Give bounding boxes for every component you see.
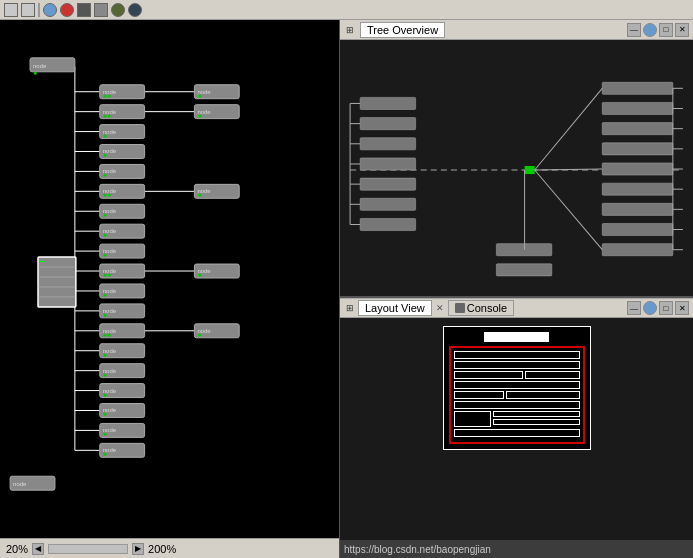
node-editor-panel: node ● node ●● node ●● node ● node ● nod… — [0, 20, 340, 558]
console-tab[interactable]: Console — [448, 300, 514, 316]
tree-overview-panel: ⊞ Tree Overview — □ ✕ — [340, 20, 693, 298]
zoom-max-label: 200% — [148, 543, 176, 555]
close-btn[interactable]: ✕ — [675, 23, 689, 37]
svg-text:●: ● — [103, 211, 107, 218]
layout-view-titlebar: ⊞ Layout View ✕ Console — □ ✕ — [340, 298, 693, 318]
toolbar-icon-2 — [21, 3, 35, 17]
svg-rect-145 — [496, 244, 551, 256]
layout-diagram — [443, 326, 591, 450]
tree-overview-win-btns: — □ ✕ — [627, 23, 689, 37]
svg-rect-107 — [525, 166, 535, 174]
svg-rect-125 — [602, 123, 673, 135]
svg-text:●: ● — [197, 271, 201, 278]
zoom-min-label: 20% — [6, 543, 28, 555]
svg-text:●: ● — [103, 291, 107, 298]
svg-rect-129 — [602, 203, 673, 215]
lv-globe-btn[interactable] — [643, 301, 657, 315]
svg-rect-110 — [360, 138, 415, 150]
layout-row-8 — [454, 429, 580, 437]
lv-minimize-btn[interactable]: — — [627, 301, 641, 315]
svg-rect-109 — [360, 118, 415, 130]
toolbar-icon-6 — [94, 3, 108, 17]
layout-row-2 — [454, 361, 580, 369]
tab-close-x[interactable]: ✕ — [434, 303, 446, 313]
svg-text:●: ● — [197, 92, 201, 99]
url-bar: https://blog.csdn.net/baopengjian — [340, 540, 693, 558]
layout-sub-row-2 — [493, 419, 579, 425]
layout-row-1 — [454, 351, 580, 359]
svg-text:●: ● — [103, 311, 107, 318]
svg-text:●: ● — [197, 112, 201, 119]
toolbar-icon-1 — [4, 3, 18, 17]
svg-text:●: ● — [103, 371, 107, 378]
svg-rect-128 — [602, 183, 673, 195]
layout-view-content: https://blog.csdn.net/baopengjian — [340, 318, 693, 558]
layout-col-left-5 — [454, 391, 504, 399]
svg-rect-111 — [360, 158, 415, 170]
layout-view-icon: ⊞ — [344, 302, 356, 314]
selected-node — [38, 257, 76, 307]
svg-text:●: ● — [103, 231, 107, 238]
svg-text:●●: ●● — [103, 191, 111, 198]
layout-row-6 — [454, 401, 580, 409]
layout-view-panel: ⊞ Layout View ✕ Console — □ ✕ — [340, 298, 693, 558]
layout-row-7 — [454, 411, 580, 427]
node-graph[interactable]: node ● node ●● node ●● node ● node ● nod… — [0, 20, 339, 538]
layout-col-right-5 — [506, 391, 580, 399]
console-tab-label: Console — [467, 302, 507, 314]
svg-text:●: ● — [33, 69, 37, 76]
svg-text:●: ● — [103, 151, 107, 158]
toolbar-icon-8 — [128, 3, 142, 17]
toolbar-icon-3 — [43, 3, 57, 17]
layout-row-4 — [454, 381, 580, 389]
svg-rect-127 — [602, 163, 673, 175]
svg-text:▪▪▪: ▪▪▪ — [40, 258, 46, 264]
layout-col-right-7 — [493, 411, 579, 427]
tree-overview-globe-btn[interactable] — [643, 23, 657, 37]
svg-rect-113 — [360, 198, 415, 210]
svg-rect-130 — [602, 223, 673, 235]
svg-text:●: ● — [103, 391, 107, 398]
main-toolbar[interactable] — [0, 0, 693, 20]
url-text: https://blog.csdn.net/baopengjian — [344, 544, 491, 555]
minimize-btn[interactable]: — — [627, 23, 641, 37]
svg-rect-114 — [360, 218, 415, 230]
layout-row-3 — [454, 371, 580, 379]
tree-overview-icon: ⊞ — [344, 24, 356, 36]
svg-text:●●: ●● — [103, 271, 111, 278]
tree-overview-titlebar: ⊞ Tree Overview — □ ✕ — [340, 20, 693, 40]
svg-text:●: ● — [103, 450, 107, 457]
layout-title-bar — [484, 332, 549, 342]
tree-overview-svg — [340, 40, 693, 296]
layout-sub-row-1 — [493, 411, 579, 417]
console-icon — [455, 303, 465, 313]
svg-text:●: ● — [103, 430, 107, 437]
scroll-left-btn[interactable]: ◀ — [32, 543, 44, 555]
svg-rect-126 — [602, 143, 673, 155]
svg-rect-124 — [602, 102, 673, 114]
lv-close-btn[interactable]: ✕ — [675, 301, 689, 315]
svg-text:●: ● — [103, 132, 107, 139]
layout-col-left-7 — [454, 411, 492, 427]
svg-text:●: ● — [103, 171, 107, 178]
lv-restore-btn[interactable]: □ — [659, 301, 673, 315]
toolbar-icon-4 — [60, 3, 74, 17]
main-area: node ● node ●● node ●● node ● node ● nod… — [0, 20, 693, 558]
layout-content-area — [449, 346, 585, 444]
svg-text:●: ● — [103, 251, 107, 258]
svg-rect-123 — [602, 82, 673, 94]
tree-overview-tab[interactable]: Tree Overview — [360, 22, 445, 38]
svg-text:●: ● — [197, 331, 201, 338]
node-graph-svg: node ● node ●● node ●● node ● node ● nod… — [0, 20, 339, 538]
scroll-bar[interactable] — [48, 544, 128, 554]
svg-rect-108 — [360, 97, 415, 109]
svg-text:●: ● — [197, 191, 201, 198]
zoom-controls[interactable]: 20% ◀ ▶ 200% — [6, 543, 176, 555]
svg-text:●●: ●● — [103, 92, 111, 99]
restore-btn[interactable]: □ — [659, 23, 673, 37]
scroll-right-btn[interactable]: ▶ — [132, 543, 144, 555]
layout-view-tab[interactable]: Layout View — [358, 300, 432, 316]
toolbar-icon-7 — [111, 3, 125, 17]
toolbar-icon-5 — [77, 3, 91, 17]
right-panels: ⊞ Tree Overview — □ ✕ — [340, 20, 693, 558]
